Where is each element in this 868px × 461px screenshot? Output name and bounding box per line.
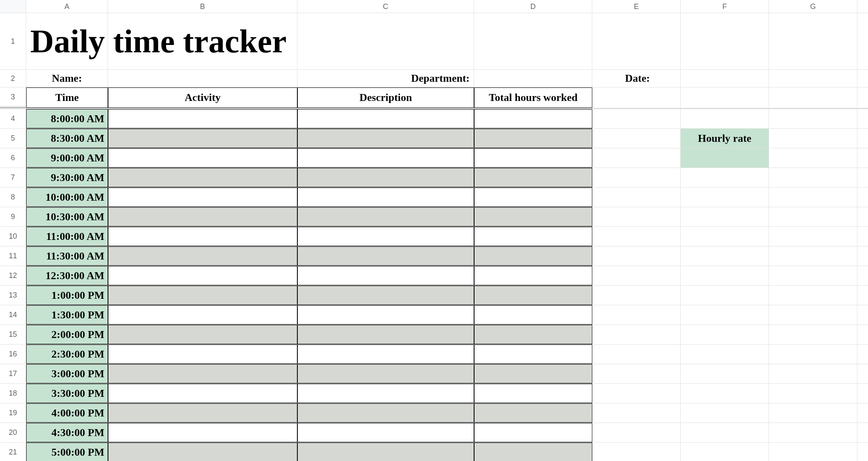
cell[interactable] [769,109,857,128]
time-cell[interactable]: 3:30:00 PM [26,384,108,403]
cell[interactable] [769,207,857,226]
row-header-5[interactable]: 5 [0,129,26,148]
description-cell[interactable] [297,148,474,168]
select-all-corner[interactable] [0,0,26,13]
row-header-20[interactable]: 20 [0,423,26,442]
cell[interactable] [681,246,769,266]
cell[interactable] [592,129,681,148]
row-header-8[interactable]: 8 [0,188,26,207]
date-value[interactable] [681,70,769,87]
time-cell[interactable]: 2:30:00 PM [26,345,108,364]
cell[interactable] [769,188,857,207]
activity-cell[interactable] [108,364,297,383]
description-cell[interactable] [297,325,474,344]
cell[interactable] [592,207,681,226]
time-cell[interactable]: 1:00:00 PM [26,286,108,305]
cell[interactable] [769,345,857,364]
description-cell[interactable] [297,246,474,266]
cell[interactable] [769,148,857,168]
cell[interactable] [769,227,857,246]
activity-cell[interactable] [108,403,297,423]
description-cell[interactable] [297,168,474,187]
cell[interactable] [592,305,681,324]
row-header-11[interactable]: 11 [0,246,26,266]
activity-cell[interactable] [108,109,297,128]
row-header-19[interactable]: 19 [0,403,26,423]
cell[interactable] [681,109,769,128]
cell[interactable] [592,266,681,285]
description-cell[interactable] [297,364,474,383]
time-cell[interactable]: 1:30:00 PM [26,305,108,324]
cell[interactable] [592,109,681,128]
cell[interactable] [592,148,681,168]
cell[interactable] [769,286,857,305]
total-hours-cell[interactable] [474,364,592,383]
time-cell[interactable]: 3:00:00 PM [26,364,108,383]
th-activity[interactable]: Activity [108,87,297,108]
cell[interactable] [769,403,857,423]
description-cell[interactable] [297,443,474,461]
name-label[interactable]: Name: [26,70,108,87]
total-hours-cell[interactable] [474,384,592,403]
cell[interactable] [769,70,857,87]
total-hours-cell[interactable] [474,286,592,305]
description-cell[interactable] [297,423,474,442]
time-cell[interactable]: 8:30:00 AM [26,129,108,148]
name-value[interactable] [108,70,297,87]
cell[interactable] [592,286,681,305]
cell[interactable] [592,87,681,108]
cell[interactable] [681,325,769,344]
time-cell[interactable]: 9:30:00 AM [26,168,108,187]
activity-cell[interactable] [108,384,297,403]
cell[interactable] [592,345,681,364]
hourly-rate-label[interactable]: Hourly rate [681,129,769,148]
row-header-13[interactable]: 13 [0,286,26,305]
cell[interactable] [592,13,681,69]
row-header-6[interactable]: 6 [0,148,26,168]
time-cell[interactable]: 8:00:00 AM [26,109,108,128]
total-hours-cell[interactable] [474,403,592,423]
cell[interactable] [681,345,769,364]
total-hours-cell[interactable] [474,266,592,285]
cell[interactable] [592,423,681,442]
total-hours-cell[interactable] [474,168,592,187]
cell[interactable] [769,364,857,383]
description-cell[interactable] [297,227,474,246]
cell[interactable] [681,188,769,207]
cell[interactable] [769,13,857,69]
cell[interactable] [681,227,769,246]
cell[interactable] [592,384,681,403]
department-value[interactable] [474,70,592,87]
cell[interactable] [681,207,769,226]
row-header-2[interactable]: 2 [0,70,26,87]
description-cell[interactable] [297,207,474,226]
cell[interactable] [592,443,681,461]
cell[interactable] [108,13,297,69]
description-cell[interactable] [297,266,474,285]
column-header-C[interactable]: C [297,0,474,13]
cell[interactable] [681,364,769,383]
time-cell[interactable]: 5:00:00 PM [26,443,108,461]
time-cell[interactable]: 10:00:00 AM [26,188,108,207]
date-label[interactable]: Date: [592,70,681,87]
total-hours-cell[interactable] [474,148,592,168]
activity-cell[interactable] [108,325,297,344]
th-total-hours[interactable]: Total hours worked [474,87,592,108]
time-cell[interactable]: 4:30:00 PM [26,423,108,442]
cell[interactable] [769,168,857,187]
cell[interactable] [592,227,681,246]
cell[interactable] [592,325,681,344]
total-hours-cell[interactable] [474,246,592,266]
cell[interactable] [592,403,681,423]
row-header-18[interactable]: 18 [0,384,26,403]
cell[interactable] [681,423,769,442]
cell[interactable] [681,168,769,187]
time-cell[interactable]: 12:30:00 AM [26,266,108,285]
hourly-rate-value[interactable] [681,148,769,168]
total-hours-cell[interactable] [474,227,592,246]
total-hours-cell[interactable] [474,188,592,207]
cell[interactable] [474,13,592,69]
activity-cell[interactable] [108,227,297,246]
cell[interactable] [769,266,857,285]
description-cell[interactable] [297,345,474,364]
